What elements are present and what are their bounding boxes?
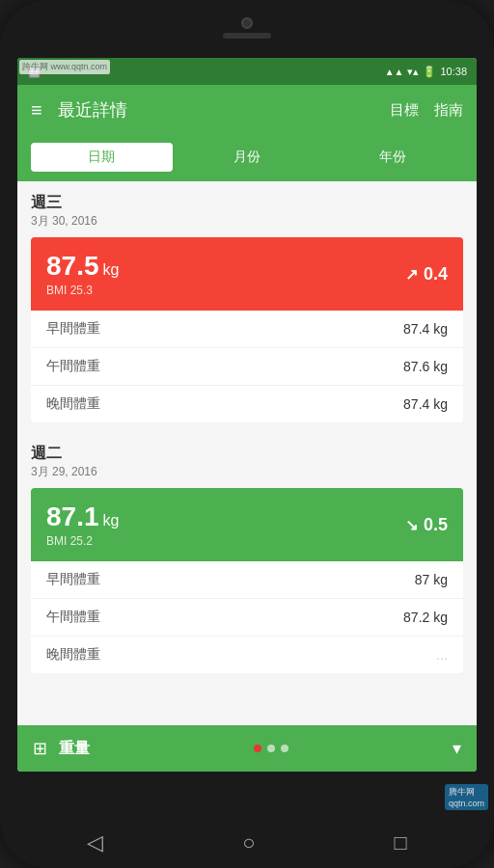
battery-level: 🔋 bbox=[423, 66, 436, 78]
noon-value-tue: 87.2 kg bbox=[403, 610, 448, 625]
detail-row-morning-wed: 早間體重 87.4 kg bbox=[31, 311, 463, 348]
evening-value-wed: 87.4 kg bbox=[403, 396, 448, 412]
morning-value-tue: 87 kg bbox=[415, 572, 448, 587]
weight-main-tue: 87.1 kg BMI 25.2 bbox=[46, 502, 119, 548]
bottom-nav: ⊞ 重量 ▾ bbox=[17, 725, 477, 772]
morning-label-tue: 早間體重 bbox=[46, 571, 100, 588]
detail-row-morning-tue: 早間體重 87 kg bbox=[31, 561, 463, 599]
watermark-top-left: 跨牛网 www.qqtn.com bbox=[19, 60, 110, 74]
day-label-wed: 週三 bbox=[31, 193, 463, 213]
page-dots bbox=[254, 745, 288, 752]
back-button[interactable]: ◁ bbox=[87, 830, 103, 855]
dot-1[interactable] bbox=[254, 745, 261, 752]
weight-value-row-wed: 87.5 kg bbox=[46, 251, 119, 282]
change-value-tue: 0.5 bbox=[424, 515, 448, 535]
tab-date[interactable]: 日期 bbox=[31, 143, 173, 172]
evening-label-wed: 晚間體重 bbox=[46, 395, 100, 413]
evening-label-tue: 晚間體重 bbox=[46, 646, 100, 664]
tab-bar: 日期 月份 年份 bbox=[17, 135, 477, 181]
watermark-br-box: 腾牛网qqtn.com bbox=[445, 784, 488, 810]
morning-value-wed: 87.4 kg bbox=[403, 321, 448, 337]
evening-value-tue: ... bbox=[436, 647, 448, 663]
weight-card-tue[interactable]: 87.1 kg BMI 25.2 ↘ 0.5 早間體重 bbox=[31, 488, 463, 673]
watermark-bottom-right: 腾牛网qqtn.com bbox=[445, 784, 488, 810]
section-wednesday: 週三 3月 30, 2016 87.5 kg BMI 25.3 ↗ bbox=[17, 181, 477, 422]
target-action[interactable]: 目標 bbox=[390, 101, 419, 120]
status-right: ▲▲ ▾▴ 🔋 10:38 bbox=[385, 66, 467, 78]
weight-card-header-red: 87.5 kg BMI 25.3 ↗ 0.4 bbox=[31, 237, 463, 311]
bottom-nav-left: ⊞ 重量 bbox=[33, 738, 90, 759]
android-nav-bar: ◁ ○ □ bbox=[17, 818, 477, 868]
detail-rows-tue: 早間體重 87 kg 午間體重 87.2 kg 晚間體重 ... bbox=[31, 561, 463, 673]
weight-card-wed[interactable]: 87.5 kg BMI 25.3 ↗ 0.4 早間體重 bbox=[31, 237, 463, 422]
home-button[interactable]: ○ bbox=[242, 830, 255, 855]
guide-action[interactable]: 指南 bbox=[434, 101, 463, 120]
app-bar-left: ≡ 最近詳情 bbox=[31, 98, 127, 122]
tab-year[interactable]: 年份 bbox=[321, 143, 463, 172]
weight-change-tue: ↘ 0.5 bbox=[405, 515, 448, 535]
noon-value-wed: 87.6 kg bbox=[403, 359, 448, 374]
app-title: 最近詳情 bbox=[58, 98, 127, 122]
noon-label-tue: 午間體重 bbox=[46, 609, 100, 626]
weight-unit-tue: kg bbox=[103, 512, 120, 529]
weight-number-wed: 87.5 bbox=[46, 251, 99, 282]
weight-bmi-wed: BMI 25.3 bbox=[46, 284, 119, 297]
change-icon-down: ↘ bbox=[405, 516, 418, 534]
detail-row-noon-wed: 午間體重 87.6 kg bbox=[31, 348, 463, 386]
time-display: 10:38 bbox=[440, 66, 467, 77]
dot-3[interactable] bbox=[281, 745, 288, 752]
app-bar-actions: 目標 指南 bbox=[390, 101, 463, 120]
day-date-tue: 3月 29, 2016 bbox=[31, 464, 463, 480]
wifi-icon: ▾▴ bbox=[407, 66, 419, 78]
dot-2[interactable] bbox=[267, 745, 275, 752]
bottom-nav-label: 重量 bbox=[59, 739, 90, 759]
detail-row-evening-wed: 晚間體重 87.4 kg bbox=[31, 386, 463, 422]
weight-bmi-tue: BMI 25.2 bbox=[46, 534, 119, 548]
day-date-wed: 3月 30, 2016 bbox=[31, 213, 463, 230]
recent-button[interactable]: □ bbox=[395, 830, 407, 855]
grid-icon[interactable]: ⊞ bbox=[33, 738, 47, 759]
phone-screen: 跨牛网 www.qqtn.com 🤖 ▲▲ ▾▴ 🔋 10:38 ≡ 最近詳情 … bbox=[17, 58, 477, 772]
noon-label-wed: 午間體重 bbox=[46, 358, 100, 375]
weight-change-wed: ↗ 0.4 bbox=[405, 264, 448, 285]
weight-unit-wed: kg bbox=[103, 261, 120, 279]
morning-label-wed: 早間體重 bbox=[46, 320, 100, 338]
detail-row-evening-tue: 晚間體重 ... bbox=[31, 637, 463, 673]
speaker bbox=[223, 33, 271, 39]
weight-main-wed: 87.5 kg BMI 25.3 bbox=[46, 251, 119, 297]
content-area: 週三 3月 30, 2016 87.5 kg BMI 25.3 ↗ bbox=[17, 181, 477, 741]
menu-icon[interactable]: ≡ bbox=[31, 99, 42, 122]
weight-number-tue: 87.1 bbox=[46, 502, 99, 532]
section-tuesday: 週二 3月 29, 2016 87.1 kg BMI 25.2 ↘ bbox=[17, 432, 477, 673]
weight-card-header-green: 87.1 kg BMI 25.2 ↘ 0.5 bbox=[31, 488, 463, 561]
day-label-tue: 週二 bbox=[31, 444, 463, 464]
detail-row-noon-tue: 午間體重 87.2 kg bbox=[31, 599, 463, 637]
detail-rows-wed: 早間體重 87.4 kg 午間體重 87.6 kg 晚間體重 87.4 kg bbox=[31, 311, 463, 422]
camera bbox=[241, 17, 253, 29]
tab-month[interactable]: 月份 bbox=[177, 143, 318, 172]
change-value-wed: 0.4 bbox=[424, 264, 448, 285]
app-bar: ≡ 最近詳情 目標 指南 bbox=[17, 85, 477, 135]
change-icon-up: ↗ bbox=[405, 265, 418, 284]
weight-value-row-tue: 87.1 kg bbox=[46, 502, 119, 532]
signal-icon: ▲▲ bbox=[385, 67, 404, 77]
phone-frame: 跨牛网 www.qqtn.com 🤖 ▲▲ ▾▴ 🔋 10:38 ≡ 最近詳情 … bbox=[0, 0, 494, 868]
chevron-down-icon[interactable]: ▾ bbox=[453, 738, 461, 759]
